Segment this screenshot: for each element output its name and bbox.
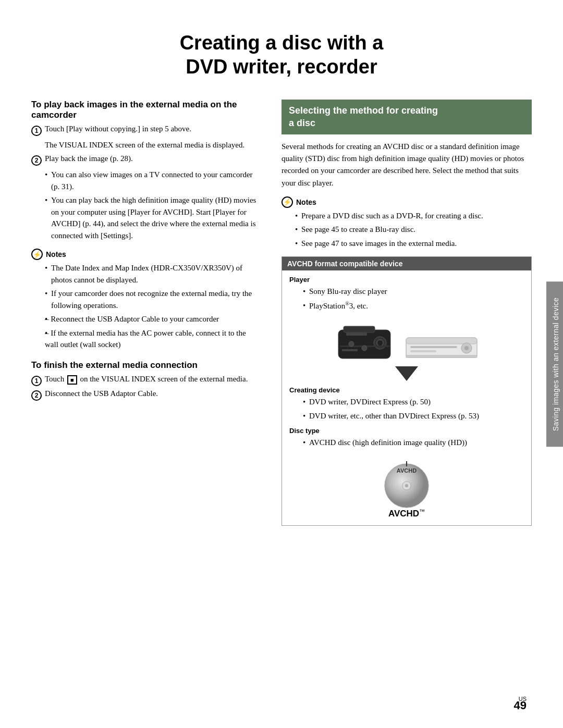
arrow-down xyxy=(289,366,524,381)
svg-rect-15 xyxy=(406,355,477,357)
svg-rect-12 xyxy=(410,350,436,352)
left-heading-2: To finish the external media connection xyxy=(31,360,261,371)
bluray-player-image xyxy=(405,332,478,361)
avchd-box-title: AVCHD format compatible device xyxy=(282,257,531,270)
right-column: Selecting the method for creating a disc… xyxy=(282,100,532,526)
creating-device-label: Creating device xyxy=(289,386,524,394)
step-3-post: on the VISUAL INDEX screen of the extern… xyxy=(80,375,248,383)
notes-icon-1: ⚡ xyxy=(31,249,43,260)
bullet-1: You can also view images on a TV connect… xyxy=(45,169,261,192)
step-3-pre: Touch xyxy=(45,375,64,383)
step-2-bullets: You can also view images on a TV connect… xyxy=(45,169,261,241)
avchd-box: AVCHD format compatible device Player So… xyxy=(282,256,532,526)
svg-rect-6 xyxy=(342,349,358,351)
ps3-image xyxy=(336,317,396,361)
step-3-text: Touch ■ on the VISUAL INDEX screen of th… xyxy=(45,375,261,385)
disc-type-label: Disc type xyxy=(289,427,524,435)
page-title: Creating a disc with a DVD writer, recor… xyxy=(31,31,532,79)
left-heading-1: To play back images in the external medi… xyxy=(31,100,261,120)
note-3: – Reconnect the USB Adaptor Cable to you… xyxy=(45,313,261,325)
sidebar-tab: Saving images with an external device xyxy=(546,281,563,447)
svg-rect-2 xyxy=(346,332,367,336)
right-intro: Several methods for creating an AVCHD di… xyxy=(282,141,532,189)
svg-point-19 xyxy=(405,484,408,487)
creating-device-bullets: DVD writer, DVDirect Express (p. 50) DVD… xyxy=(303,396,524,422)
step-circle-3: 1 xyxy=(31,376,42,386)
notes-label-right: Notes xyxy=(296,198,316,206)
step-1-sub: The VISUAL INDEX screen of the external … xyxy=(45,139,261,151)
disc-type-bullet-1: AVCHD disc (high definition image qualit… xyxy=(303,437,524,449)
right-note-1: Prepare a DVD disc such as a DVD-R, for … xyxy=(295,210,532,222)
notes-section-right: ⚡ Notes Prepare a DVD disc such as a DVD… xyxy=(282,196,532,250)
left-column: To play back images in the external medi… xyxy=(31,100,261,526)
step-circle-2: 2 xyxy=(31,155,42,166)
step-2-text: Play back the image (p. 28). xyxy=(45,154,261,163)
touch-icon: ■ xyxy=(67,375,77,385)
right-note-2: See page 45 to create a Blu-ray disc. xyxy=(295,224,532,236)
two-column-layout: To play back images in the external medi… xyxy=(31,100,532,526)
step-4: 2 Disconnect the USB Adaptor Cable. xyxy=(31,389,261,401)
player-label: Player xyxy=(289,276,524,283)
green-header-line2: a disc xyxy=(289,118,315,128)
arrow-triangle xyxy=(395,366,418,381)
step-1-text: Touch [Play without copying.] in step 5 … xyxy=(45,125,261,133)
avchd-logo-text: AVCHD xyxy=(388,509,419,519)
creating-device-bullet-1: DVD writer, DVDirect Express (p. 50) xyxy=(303,396,524,408)
title-line1: Creating a disc with a xyxy=(180,32,384,54)
svg-text:AVCHD: AVCHD xyxy=(397,467,417,474)
right-notes-list: Prepare a DVD disc such as a DVD-R, for … xyxy=(295,210,532,250)
note-2: If your camcorder does not recognize the… xyxy=(45,288,261,311)
bullet-2: You can play back the high definition im… xyxy=(45,194,261,241)
player-bullet-2: PlayStation®3, etc. xyxy=(303,300,524,312)
notes-icon-right: ⚡ xyxy=(282,196,293,208)
note-1: The Date Index and Map Index (HDR-CX350V… xyxy=(45,262,261,286)
avchd-trademark: ™ xyxy=(419,508,425,514)
step-circle-4: 2 xyxy=(31,390,42,401)
avchd-disc-image: AVCHD xyxy=(381,457,433,509)
page: Creating a disc with a DVD writer, recor… xyxy=(0,0,563,728)
notes-title-right: ⚡ Notes xyxy=(282,196,532,208)
step-4-text: Disconnect the USB Adaptor Cable. xyxy=(45,389,261,398)
svg-point-4 xyxy=(377,340,383,346)
registered-mark: ® xyxy=(345,301,349,306)
notes-label-1: Notes xyxy=(46,250,66,258)
notes-bullets-1: The Date Index and Map Index (HDR-CX350V… xyxy=(45,262,261,351)
step-1: 1 Touch [Play without copying.] in step … xyxy=(31,125,261,136)
svg-rect-1 xyxy=(344,326,375,332)
section-green-header: Selecting the method for creating a disc xyxy=(282,100,532,134)
svg-point-7 xyxy=(349,341,354,347)
green-header-line1: Selecting the method for creating xyxy=(289,105,438,116)
player-bullets: Sony Blu-ray disc player PlayStation®3, … xyxy=(303,286,524,312)
svg-point-14 xyxy=(464,346,469,350)
player-bullet-1: Sony Blu-ray disc player xyxy=(303,286,524,298)
right-note-3: See page 47 to save images in the extern… xyxy=(295,238,532,250)
step-2: 2 Play back the image (p. 28). xyxy=(31,154,261,166)
svg-rect-11 xyxy=(410,346,457,348)
notes-section-1: ⚡ Notes The Date Index and Map Index (HD… xyxy=(31,249,261,351)
note-4: – If the external media has the AC power… xyxy=(45,327,261,351)
step-3: 1 Touch ■ on the VISUAL INDEX screen of … xyxy=(31,375,261,386)
title-line2: DVD writer, recorder xyxy=(186,56,377,78)
svg-point-8 xyxy=(362,346,367,351)
disc-type-bullets: AVCHD disc (high definition image qualit… xyxy=(303,437,524,449)
creating-device-bullet-2: DVD writer, etc., other than DVDirect Ex… xyxy=(303,410,524,422)
page-number: 49 xyxy=(514,699,527,712)
step-circle-1: 1 xyxy=(31,126,42,136)
device-images xyxy=(289,317,524,361)
avchd-logo: AVCHD xyxy=(289,457,524,509)
notes-title-1: ⚡ Notes xyxy=(31,249,261,260)
avchd-logo-label: AVCHD™ xyxy=(289,508,524,519)
